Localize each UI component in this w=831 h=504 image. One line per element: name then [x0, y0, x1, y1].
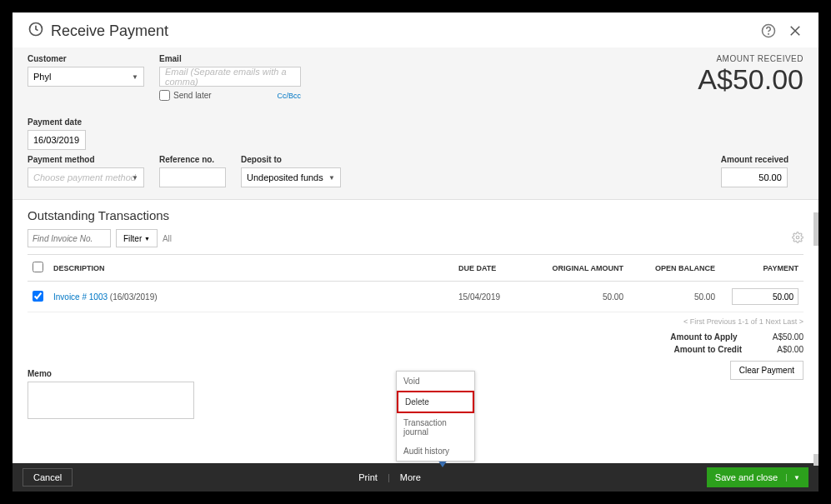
- payment-date-label: Payment date: [28, 117, 86, 127]
- clear-payment-button[interactable]: Clear Payment: [730, 361, 803, 380]
- pager[interactable]: < First Previous 1-1 of 1 Next Last >: [28, 317, 803, 326]
- payment-date-input[interactable]: [28, 130, 86, 150]
- menu-void[interactable]: Void: [397, 372, 474, 391]
- col-orig: ORIGINAL AMOUNT: [528, 255, 628, 282]
- col-open: OPEN BALANCE: [628, 255, 720, 282]
- ccbcc-link[interactable]: Cc/Bcc: [277, 92, 301, 100]
- customer-label: Customer: [28, 54, 144, 63]
- row-due: 15/04/2019: [453, 282, 528, 312]
- amount-received-value: A$50.00: [698, 63, 803, 96]
- search-invoice-input[interactable]: [28, 229, 111, 247]
- cancel-button[interactable]: Cancel: [23, 468, 73, 487]
- memo-textarea[interactable]: [28, 382, 194, 419]
- amount-apply-label: Amount to Apply: [654, 332, 738, 342]
- chevron-down-icon: ▼: [132, 73, 138, 81]
- chevron-down-icon: ▼: [328, 174, 335, 182]
- outstanding-table: DESCRIPTION DUE DATE ORIGINAL AMOUNT OPE…: [28, 254, 803, 312]
- send-later-checkbox[interactable]: Send later: [159, 90, 212, 101]
- scrollbar-thumb[interactable]: [813, 454, 818, 466]
- amount-apply-value: A$50.00: [773, 332, 803, 342]
- scrollbar-thumb[interactable]: [813, 212, 818, 246]
- menu-audit[interactable]: Audit history: [397, 442, 474, 461]
- more-button[interactable]: More: [400, 472, 421, 482]
- send-later-box[interactable]: [159, 90, 170, 101]
- svg-point-2: [768, 33, 769, 34]
- row-orig: 50.00: [528, 282, 628, 312]
- payment-method-label: Payment method: [28, 155, 144, 164]
- deposit-select[interactable]: Undeposited funds ▼: [241, 167, 341, 187]
- filter-all-label: All: [163, 234, 172, 243]
- print-button[interactable]: Print: [358, 472, 378, 482]
- save-and-close-button[interactable]: Save and close ▼: [707, 467, 808, 487]
- customer-value: Phyl: [33, 72, 51, 82]
- gear-icon[interactable]: [792, 232, 803, 246]
- row-open: 50.00: [628, 282, 720, 312]
- menu-delete[interactable]: Delete: [397, 391, 474, 413]
- amount-received-input[interactable]: [721, 167, 788, 187]
- col-due: DUE DATE: [453, 255, 528, 282]
- chevron-down-icon: ▼: [132, 174, 138, 182]
- amount-credit-value: A$0.00: [777, 345, 803, 354]
- invoice-link[interactable]: Invoice # 1003: [53, 292, 108, 302]
- email-input[interactable]: Email (Separate emails with a comma): [159, 67, 301, 87]
- payment-method-select[interactable]: Choose payment method ▼: [28, 167, 144, 187]
- table-row: Invoice # 1003 (16/03/2019) 15/04/2019 5…: [28, 282, 803, 312]
- page-title: Receive Payment: [51, 22, 168, 40]
- row-payment-input[interactable]: [732, 288, 798, 305]
- receive-payment-icon: [28, 21, 44, 41]
- invoice-date: (16/03/2019): [110, 292, 158, 302]
- deposit-label: Deposit to: [241, 155, 341, 164]
- chevron-down-icon[interactable]: ▼: [786, 474, 800, 482]
- row-checkbox[interactable]: [33, 291, 43, 302]
- chevron-down-icon: ▼: [144, 236, 150, 242]
- amount-received-label: AMOUNT RECEIVED: [698, 54, 803, 63]
- customer-select[interactable]: Phyl ▼: [28, 67, 144, 87]
- email-label: Email: [159, 54, 301, 63]
- amount-received-field-label: Amount received: [721, 155, 788, 164]
- filter-button[interactable]: Filter ▼: [116, 229, 158, 247]
- col-description: DESCRIPTION: [48, 255, 453, 282]
- amount-credit-label: Amount to Credit: [658, 345, 742, 354]
- svg-point-3: [796, 236, 799, 239]
- close-icon[interactable]: [787, 22, 803, 39]
- menu-journal[interactable]: Transaction journal: [397, 413, 474, 442]
- select-all-checkbox[interactable]: [33, 262, 43, 272]
- col-pay: PAYMENT: [720, 255, 803, 282]
- help-icon[interactable]: [760, 22, 777, 39]
- more-menu: Void Delete Transaction journal Audit hi…: [396, 371, 475, 462]
- reference-input[interactable]: [159, 167, 226, 187]
- reference-label: Reference no.: [159, 155, 226, 164]
- outstanding-title: Outstanding Transactions: [28, 208, 803, 222]
